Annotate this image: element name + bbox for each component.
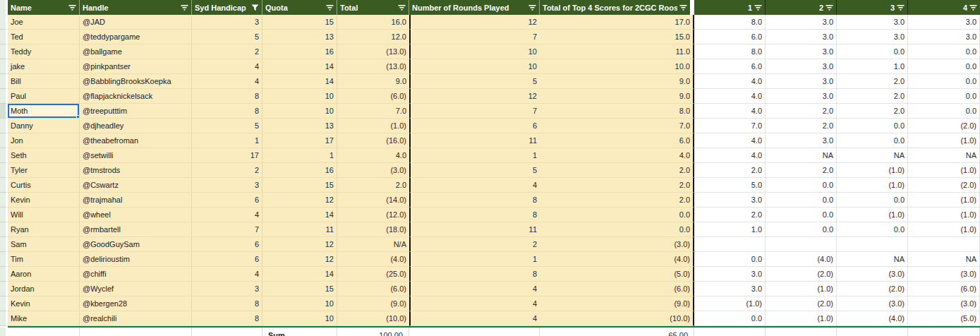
cell-s2[interactable]: 3.0 [766, 30, 837, 44]
cell-rounds[interactable]: 10 [409, 44, 540, 59]
cell-rounds[interactable]: 6 [409, 119, 540, 133]
cell-s4[interactable]: (1.0) [908, 222, 980, 237]
cell-quota[interactable]: 10 [262, 104, 337, 119]
cell-s4[interactable] [908, 237, 980, 252]
cell-name[interactable]: Bill [8, 74, 80, 89]
cell-top4[interactable]: (5.0) [540, 267, 694, 282]
cell-top4[interactable]: 2.0 [540, 163, 694, 178]
cell-s3[interactable]: 3.0 [837, 30, 908, 44]
cell-s1[interactable]: 8.0 [694, 44, 766, 59]
cell-name[interactable]: Teddy [8, 44, 80, 59]
column-header-rounds[interactable]: Number of Rounds Played [409, 0, 540, 15]
cell-s3[interactable]: (3.0) [837, 296, 908, 311]
cell-s2[interactable]: 3.0 [766, 133, 837, 148]
cell-syd[interactable]: 6 [192, 252, 262, 267]
cell-handle[interactable]: @ballgame [80, 44, 192, 59]
cell-rounds[interactable]: 11 [409, 222, 540, 237]
cell-top4[interactable]: 6.0 [540, 133, 694, 148]
cell-syd[interactable]: 3 [192, 282, 262, 296]
cell-rounds[interactable]: 2 [409, 237, 540, 252]
cell-total[interactable]: (12.0) [337, 208, 409, 222]
column-header-total[interactable]: Total [337, 0, 409, 15]
cell-s3[interactable]: (3.0) [837, 267, 908, 282]
cell-rounds[interactable]: 7 [409, 104, 540, 119]
cell-quota[interactable]: 17 [262, 133, 337, 148]
cell-handle[interactable]: @kbergen28 [80, 296, 192, 311]
cell-total[interactable]: (9.0) [337, 296, 409, 311]
cell-name[interactable]: Moth [8, 104, 80, 119]
cell-handle[interactable]: @JAD [80, 15, 192, 30]
sum-label[interactable]: Sum [262, 328, 337, 336]
column-header-quota[interactable]: Quota [262, 0, 337, 15]
cell-rounds[interactable]: 8 [409, 193, 540, 208]
cell-s1[interactable]: 4.0 [694, 89, 766, 104]
cell-s4[interactable]: 0.0 [908, 89, 980, 104]
cell-s4[interactable]: (1.0) [908, 193, 980, 208]
cell-s1[interactable]: 0.0 [694, 311, 766, 326]
cell-handle[interactable]: @treeputttim [80, 104, 192, 119]
cell-s2[interactable]: (1.0) [766, 311, 837, 326]
sum-cell-s4[interactable] [908, 328, 980, 336]
cell-total[interactable]: 7.0 [337, 104, 409, 119]
cell-s4[interactable]: 0.0 [908, 104, 980, 119]
cell-quota[interactable]: 10 [262, 89, 337, 104]
cell-s1[interactable]: 6.0 [694, 30, 766, 44]
cell-total[interactable]: 9.0 [337, 74, 409, 89]
cell-s1[interactable]: 4.0 [694, 133, 766, 148]
cell-rounds[interactable]: 8 [409, 267, 540, 282]
cell-name[interactable]: Joe [8, 15, 80, 30]
active-filter-funnel-icon[interactable] [249, 4, 259, 11]
cell-name[interactable]: Danny [8, 119, 80, 133]
cell-s2[interactable]: 3.0 [766, 74, 837, 89]
cell-top4[interactable]: 7.0 [540, 119, 694, 133]
cell-top4[interactable]: 8.0 [540, 104, 694, 119]
cell-s1[interactable]: 7.0 [694, 119, 766, 133]
cell-s3[interactable]: NA [837, 252, 908, 267]
cell-s4[interactable]: (2.0) [908, 178, 980, 193]
cell-s3[interactable] [837, 237, 908, 252]
cell-top4[interactable]: 15.0 [540, 30, 694, 44]
cell-s1[interactable]: 6.0 [694, 59, 766, 74]
cell-total[interactable]: (10.0) [337, 311, 409, 326]
column-header-handle[interactable]: Handle [80, 0, 192, 15]
cell-total[interactable]: (13.0) [337, 59, 409, 74]
cell-total[interactable]: 16.0 [337, 15, 409, 30]
cell-syd[interactable]: 8 [192, 104, 262, 119]
cell-quota[interactable]: 15 [262, 178, 337, 193]
cell-quota[interactable]: 14 [262, 208, 337, 222]
filter-icon[interactable] [752, 4, 762, 11]
sum-cell-s3[interactable] [837, 328, 908, 336]
cell-rounds[interactable]: 4 [409, 311, 540, 326]
cell-top4[interactable]: 10.0 [540, 59, 694, 74]
column-header-s4[interactable]: 4 [908, 0, 980, 15]
cell-s3[interactable]: 2.0 [837, 74, 908, 89]
cell-quota[interactable]: 13 [262, 119, 337, 133]
cell-s2[interactable]: (2.0) [766, 267, 837, 282]
cell-syd[interactable]: 1 [192, 133, 262, 148]
cell-rounds[interactable]: 5 [409, 74, 540, 89]
cell-name[interactable]: Will [8, 208, 80, 222]
cell-quota[interactable]: 10 [262, 311, 337, 326]
cell-syd[interactable]: 8 [192, 89, 262, 104]
cell-rounds[interactable]: 1 [409, 148, 540, 163]
cell-s2[interactable]: 3.0 [766, 15, 837, 30]
cell-quota[interactable]: 12 [262, 252, 337, 267]
cell-s4[interactable]: (1.0) [908, 133, 980, 148]
cell-s4[interactable]: (2.0) [908, 119, 980, 133]
cell-name[interactable]: Sam [8, 237, 80, 252]
filter-icon[interactable] [823, 4, 833, 11]
cell-s4[interactable]: 3.0 [908, 30, 980, 44]
cell-top4[interactable]: 11.0 [540, 44, 694, 59]
cell-syd[interactable]: 3 [192, 15, 262, 30]
cell-rounds[interactable]: 5 [409, 163, 540, 178]
cell-total[interactable]: (16.0) [337, 133, 409, 148]
cell-top4[interactable]: 9.0 [540, 89, 694, 104]
sum-top4-value[interactable]: 65.00 [540, 328, 694, 336]
cell-handle[interactable]: @wheel [80, 208, 192, 222]
cell-name[interactable]: Jordan [8, 282, 80, 296]
cell-handle[interactable]: @setwilli [80, 148, 192, 163]
cell-quota[interactable]: 15 [262, 282, 337, 296]
cell-s1[interactable]: (1.0) [694, 296, 766, 311]
column-header-syd[interactable]: Syd Handicap [192, 0, 262, 15]
cell-quota[interactable]: 16 [262, 44, 337, 59]
